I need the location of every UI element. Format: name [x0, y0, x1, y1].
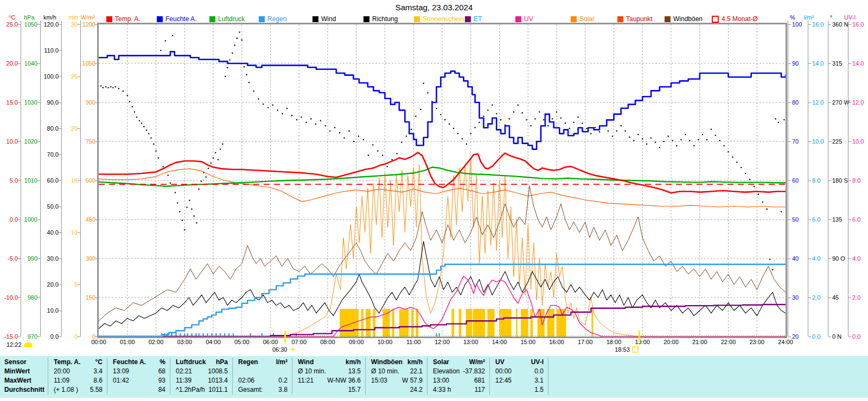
axis-tick-label: 14.0	[852, 61, 868, 67]
sun-icon: ☀	[289, 346, 296, 353]
table-cell-windb-en: 15:03W 57.9	[365, 376, 427, 385]
direction-dot	[646, 144, 647, 145]
cell-value: 93	[158, 376, 165, 385]
direction-dot	[595, 127, 596, 128]
axis-unit-min: min	[68, 14, 78, 21]
x-axis-label: 23:00	[744, 339, 770, 345]
legend-swatch-icon	[414, 16, 420, 22]
axis-tick-label: 1010	[14, 178, 37, 184]
cell-time: 00:00	[495, 367, 512, 376]
direction-dot	[650, 138, 652, 139]
cell-time: UV	[495, 358, 505, 367]
direction-dot	[769, 259, 770, 260]
direction-dot	[685, 134, 686, 135]
axis-tick-label: 1050	[72, 61, 95, 67]
axis-tick	[59, 50, 61, 51]
axis-unit-uvi: UV-I	[844, 14, 856, 21]
x-axis-label: 03:00	[171, 339, 197, 345]
axis-tick	[828, 102, 831, 103]
direction-dot	[358, 135, 359, 137]
sunshine-bar	[416, 309, 418, 337]
legend-label: 4.5 Monat-Ø	[722, 15, 758, 23]
cell-value: 117	[475, 385, 485, 394]
sunrise-time: 06:30	[272, 346, 288, 353]
axis-tick	[848, 102, 851, 103]
table-cell-temp-a-: 11:098.6	[48, 376, 107, 385]
table-row: SensorTemp. A.°CFeuchte A.%LuftdruckhPaR…	[0, 358, 868, 367]
direction-dot	[110, 86, 111, 87]
direction-dot	[132, 106, 133, 107]
direction-dot	[123, 90, 124, 92]
direction-dot	[457, 133, 458, 134]
direction-dot	[772, 269, 773, 270]
direction-dot	[534, 118, 535, 119]
direction-dot	[530, 125, 531, 126]
direction-dot	[103, 87, 104, 88]
direction-dot	[218, 159, 219, 160]
direction-dot	[727, 151, 729, 152]
axis-tick-label: 980	[14, 295, 37, 301]
sunshine-bar	[373, 309, 375, 337]
axis-tick	[37, 297, 40, 298]
legend-item-richtung: Richtung	[363, 15, 398, 23]
direction-dot	[483, 116, 484, 117]
axis-tick-label: 12.0	[852, 100, 868, 106]
direction-dot	[206, 177, 207, 178]
legend-swatch-icon	[106, 16, 112, 22]
table-cell-feuchte-a-: 13:0968	[107, 367, 170, 376]
direction-dot	[475, 127, 476, 128]
sunshine-bar	[340, 309, 359, 337]
direction-dot	[107, 87, 108, 88]
axis-tick-label: 70.0	[35, 152, 59, 158]
direction-dot	[277, 109, 278, 111]
direction-dot	[372, 144, 373, 145]
table-cell-regen: 02:060.2	[232, 376, 292, 385]
x-axis-label: 09:00	[343, 339, 369, 345]
direction-dot	[368, 155, 369, 156]
legend-item-taupunkt: Taupunkt	[617, 15, 653, 23]
direction-dot	[590, 133, 591, 134]
direction-dot	[158, 157, 159, 158]
direction-dot	[767, 209, 768, 210]
axis-tick-label: 25	[54, 74, 78, 80]
direction-dot	[552, 118, 553, 119]
direction-dot	[105, 86, 106, 87]
legend-item-et: ET	[465, 15, 482, 23]
direction-dot	[723, 145, 724, 146]
axis-tick	[848, 63, 851, 64]
axis-tick-label: 10	[54, 230, 78, 236]
sunset-time: 18:53	[615, 346, 630, 353]
direction-dot	[129, 101, 130, 102]
cell-time: Solar	[433, 358, 449, 367]
sunshine-bar	[411, 309, 413, 337]
legend-label: Feuchte A.	[165, 15, 196, 23]
legend-item-regen: Regen	[259, 15, 286, 23]
axis-tick-label: 50.0	[35, 204, 59, 210]
x-axis-label: 12:00	[429, 339, 455, 345]
axis-tick	[788, 180, 791, 181]
x-axis-label: 21:00	[687, 339, 713, 345]
axis-tick-label: 970	[14, 334, 37, 340]
cell-time: Luftdruck	[176, 358, 206, 367]
legend-label: Sonnenschein	[423, 15, 464, 23]
axis-tick	[808, 337, 811, 337]
table-row-label: MinWert	[0, 367, 48, 376]
direction-dot	[518, 105, 519, 106]
table-cell-solar: 4:33 h117	[427, 385, 489, 394]
axis-tick-label: 750	[72, 139, 95, 145]
axis-tick	[788, 102, 791, 103]
axis-tick	[828, 219, 831, 220]
cell-value: -37.832	[463, 367, 485, 376]
sunshine-bar	[591, 309, 593, 337]
direction-dot	[179, 211, 180, 212]
legend-item-solar: Solar	[571, 15, 595, 23]
direction-dot	[263, 104, 264, 105]
direction-dot	[232, 53, 233, 54]
axis-line-pct	[788, 21, 788, 337]
table-cell-feuchte-a-: 84	[107, 385, 170, 394]
direction-dot	[659, 147, 660, 148]
axis-tick-label: 1200	[72, 22, 95, 28]
direction-dot	[719, 140, 720, 141]
axis-tick-label: 16.0	[852, 22, 868, 28]
table-cell-wind: 11:21W-NW 36.6	[292, 376, 365, 385]
